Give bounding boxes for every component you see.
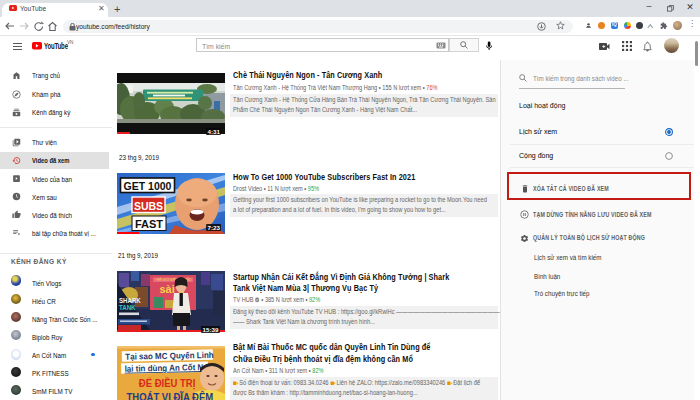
svg-text:Tại sao MC Quyến Linh: Tại sao MC Quyến Linh xyxy=(125,350,214,362)
svg-text:GET 1000: GET 1000 xyxy=(124,180,172,192)
svg-text:FAST: FAST xyxy=(135,218,163,230)
svg-text:THOÁT VỊ ĐĨA ĐỆM: THOÁT VỊ ĐĨA ĐỆM xyxy=(127,392,214,400)
svg-text:TANK: TANK xyxy=(119,304,136,311)
svg-text:SUBS: SUBS xyxy=(134,200,163,212)
svg-text:ĐỂ ĐIỀU TRỊ: ĐỂ ĐIỀU TRỊ xyxy=(139,378,196,389)
